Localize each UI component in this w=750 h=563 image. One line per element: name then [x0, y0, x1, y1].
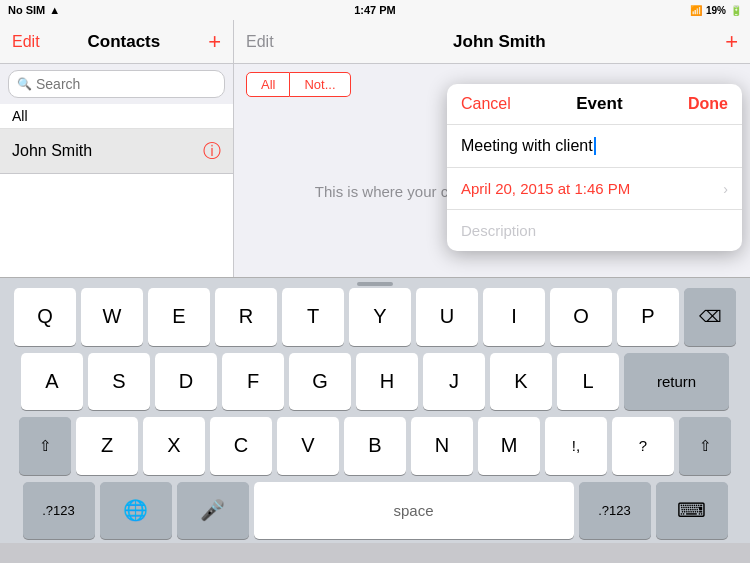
key-k[interactable]: K: [490, 353, 552, 411]
key-space[interactable]: space: [254, 482, 574, 540]
event-modal: Cancel Event Done Meeting with client Ap…: [447, 84, 742, 251]
status-bar: No SIM ▲ 1:47 PM 📶 19% 🔋: [0, 0, 750, 20]
text-cursor: [594, 137, 596, 155]
event-text: Meeting with client: [461, 137, 593, 155]
keyboard-row-2: A S D F G H J K L return: [4, 353, 746, 411]
key-h[interactable]: H: [356, 353, 418, 411]
key-x[interactable]: X: [143, 417, 205, 475]
modal-overlay: Cancel Event Done Meeting with client Ap…: [0, 40, 750, 298]
key-v[interactable]: V: [277, 417, 339, 475]
keyboard-row-3: ⇧ Z X C V B N M !, ? ⇧: [4, 417, 746, 475]
key-numbers-right[interactable]: .?123: [579, 482, 651, 540]
wifi-signal-icon: 📶: [690, 5, 702, 16]
keyboard-area: Q W E R T Y U I O P ⌫ A S D F G H J: [0, 278, 750, 543]
key-return[interactable]: return: [624, 353, 729, 411]
modal-cancel-button[interactable]: Cancel: [461, 95, 511, 113]
battery-icon: 🔋: [730, 5, 742, 16]
carrier-label: No SIM: [8, 4, 45, 16]
modal-date-text: April 20, 2015 at 1:46 PM: [461, 180, 630, 197]
key-s[interactable]: S: [88, 353, 150, 411]
chevron-right-icon: ›: [723, 181, 728, 197]
key-g[interactable]: G: [289, 353, 351, 411]
key-c[interactable]: C: [210, 417, 272, 475]
key-exclaim[interactable]: !,: [545, 417, 607, 475]
key-b[interactable]: B: [344, 417, 406, 475]
modal-header: Cancel Event Done: [447, 84, 742, 125]
modal-description[interactable]: Description: [447, 210, 742, 251]
status-time: 1:47 PM: [354, 4, 396, 16]
key-f[interactable]: F: [222, 353, 284, 411]
modal-date-row[interactable]: April 20, 2015 at 1:46 PM ›: [447, 168, 742, 210]
key-question[interactable]: ?: [612, 417, 674, 475]
status-right: 📶 19% 🔋: [690, 5, 742, 16]
status-left: No SIM ▲: [8, 4, 60, 16]
modal-event-input[interactable]: Meeting with client: [447, 125, 742, 168]
key-m[interactable]: M: [478, 417, 540, 475]
key-z[interactable]: Z: [76, 417, 138, 475]
key-shift-right[interactable]: ⇧: [679, 417, 731, 475]
delete-icon: ⌫: [699, 307, 722, 326]
key-n[interactable]: N: [411, 417, 473, 475]
keyboard-rows: Q W E R T Y U I O P ⌫ A S D F G H J: [0, 288, 750, 543]
key-a[interactable]: A: [21, 353, 83, 411]
modal-title: Event: [576, 94, 622, 114]
battery-label: 19%: [706, 5, 726, 16]
key-emoji[interactable]: 🌐: [100, 482, 172, 540]
key-numbers[interactable]: .?123: [23, 482, 95, 540]
key-mic[interactable]: 🎤: [177, 482, 249, 540]
key-shift[interactable]: ⇧: [19, 417, 71, 475]
keyboard-row-bottom: .?123 🌐 🎤 space .?123 ⌨: [4, 482, 746, 540]
modal-done-button[interactable]: Done: [688, 95, 728, 113]
app-container: Edit Contacts + 🔍 All John Smith ⓘ: [0, 20, 750, 563]
key-j[interactable]: J: [423, 353, 485, 411]
key-hide-keyboard[interactable]: ⌨: [656, 482, 728, 540]
wifi-icon: ▲: [49, 4, 60, 16]
key-d[interactable]: D: [155, 353, 217, 411]
key-l[interactable]: L: [557, 353, 619, 411]
